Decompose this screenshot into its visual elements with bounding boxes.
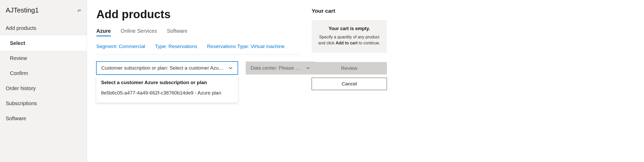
cart-title: Your cart <box>312 8 387 14</box>
sidebar: AJTesting1 ⇄ Add products Select Review … <box>0 0 87 162</box>
tab-label: Online Services <box>121 28 157 34</box>
sidebar-item-confirm[interactable]: Confirm <box>0 66 87 81</box>
sidebar-item-review[interactable]: Review <box>0 51 87 66</box>
datacenter-dropdown-label: Data center: Please select <box>251 65 301 71</box>
cart-empty-box: Your cart is empty. Specify a quantity o… <box>312 20 387 53</box>
tab-label: Software <box>167 28 187 34</box>
cart-hint: Specify a quantity of any product and cl… <box>316 34 382 46</box>
right-fill <box>400 0 644 162</box>
cart-empty-text: Your cart is empty. <box>316 26 382 31</box>
sidebar-item-label: Software <box>6 116 26 121</box>
filter-type[interactable]: Type: Reservations <box>155 44 197 49</box>
main: Add products Azure Online Services Softw… <box>87 0 400 162</box>
sidebar-item-label: Confirm <box>10 70 28 76</box>
filter-segment[interactable]: Segment: Commercial <box>96 44 145 49</box>
review-button[interactable]: Review <box>312 62 387 75</box>
sidebar-item-label: Subscriptions <box>6 100 37 106</box>
filter-reservations-type[interactable]: Reservations Type: Virtual machine <box>207 44 285 49</box>
sidebar-item-label: Order history <box>6 85 36 91</box>
sidebar-title: AJTesting1 <box>6 6 39 14</box>
subscription-dropdown[interactable]: Customer subscription or plan: Select a … <box>96 62 238 75</box>
review-button-label: Review <box>341 65 357 71</box>
subscription-option[interactable]: 8e5b6c05-a477-4a49-662f-c38760b14de9 - A… <box>101 89 233 97</box>
sidebar-item-label: Select <box>10 40 25 46</box>
subscription-dropdown-label: Customer subscription or plan: Select a … <box>101 65 224 71</box>
sidebar-header: AJTesting1 ⇄ <box>0 0 87 21</box>
selectors-row: Customer subscription or plan: Select a … <box>96 62 301 75</box>
tab-online-services[interactable]: Online Services <box>121 28 157 36</box>
sidebar-item-label: Add products <box>6 25 36 31</box>
cancel-button-label: Cancel <box>341 81 357 86</box>
cart-hint-after: to continue. <box>358 41 380 45</box>
sidebar-item-select[interactable]: Select <box>0 36 87 51</box>
cart-panel: Your cart Your cart is empty. Specify a … <box>312 8 387 162</box>
sidebar-item-software[interactable]: Software <box>0 111 87 126</box>
cancel-button[interactable]: Cancel <box>312 78 387 90</box>
sidebar-item-label: Review <box>10 55 27 61</box>
content: Add products Azure Online Services Softw… <box>96 8 301 162</box>
tab-azure[interactable]: Azure <box>96 28 111 36</box>
swap-icon[interactable]: ⇄ <box>76 8 82 13</box>
tabs: Azure Online Services Software <box>96 28 301 36</box>
datacenter-dropdown[interactable]: Data center: Please select <box>246 62 315 75</box>
sidebar-item-subscriptions[interactable]: Subscriptions <box>0 96 87 111</box>
subscription-dropdown-menu: Select a customer Azure subscription or … <box>96 76 238 103</box>
sidebar-item-order-history[interactable]: Order history <box>0 81 87 96</box>
chevron-down-icon <box>228 66 233 70</box>
cart-hint-strong: Add to cart <box>336 41 358 45</box>
sidebar-item-add-products[interactable]: Add products <box>0 21 87 36</box>
chevron-down-icon <box>306 66 310 70</box>
tab-label: Azure <box>96 28 111 34</box>
tab-software[interactable]: Software <box>167 28 187 36</box>
filters-bar: Segment: Commercial Type: Reservations R… <box>96 44 301 55</box>
subscription-dropdown-menu-heading: Select a customer Azure subscription or … <box>101 80 233 85</box>
page-title: Add products <box>96 8 301 21</box>
